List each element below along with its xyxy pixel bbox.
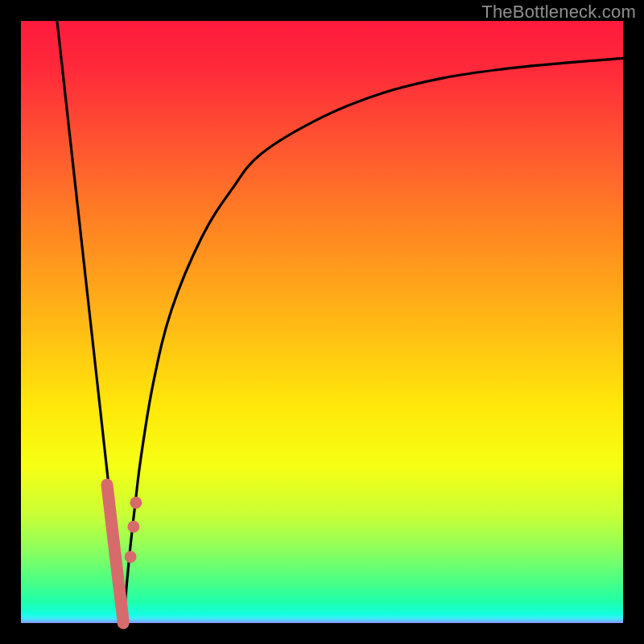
highlight-dot bbox=[125, 551, 137, 563]
chart-svg bbox=[21, 21, 623, 623]
chart-plot-area bbox=[21, 21, 623, 623]
highlight-dots bbox=[125, 497, 142, 563]
highlight-dot bbox=[127, 521, 139, 533]
curve-right-branch bbox=[123, 58, 623, 623]
chart-frame: TheBottleneck.com bbox=[0, 0, 644, 644]
watermark-text: TheBottleneck.com bbox=[481, 2, 636, 23]
highlight-stem bbox=[107, 485, 123, 623]
highlight-dot bbox=[130, 497, 142, 509]
